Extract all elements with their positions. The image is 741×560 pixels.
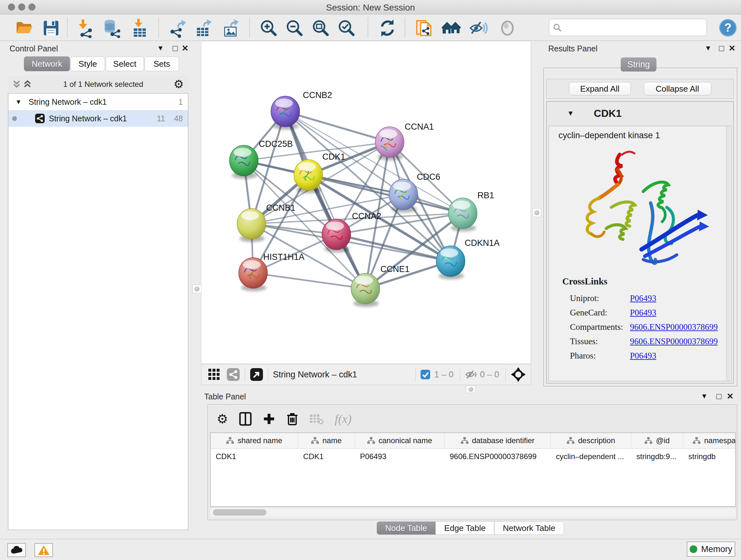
add-column-plus-icon[interactable] [263,413,275,425]
table-panel-float-icon[interactable]: □ [717,392,722,400]
tab-sets[interactable]: Sets [145,57,179,71]
protein-expander-icon[interactable]: ▼ [567,109,574,118]
crosslink-link[interactable]: P06493 [630,351,657,361]
table-settings-gear-icon[interactable]: ⚙ [217,413,228,425]
selected-checkbox-icon[interactable] [420,369,430,380]
column-header-database-identifier[interactable]: database identifier [445,433,551,448]
refresh-icon[interactable] [378,18,397,38]
bottom-splitter-handle[interactable] [466,385,475,393]
tab-string[interactable]: String [621,57,657,71]
left-splitter-handle[interactable] [192,285,201,294]
table-cell[interactable]: P06493 [355,452,445,461]
table-columns-icon[interactable] [239,412,252,426]
control-panel-menu-icon[interactable]: ▼ [157,45,164,52]
crosslink-label: Compartments: [570,322,630,332]
network-share-icon[interactable] [226,368,240,381]
column-header-name[interactable]: name [298,433,355,448]
help-icon[interactable]: ? [719,19,737,37]
collapse-all-chevron-icon[interactable] [11,78,22,90]
column-header-shared-name[interactable]: shared name [211,433,298,448]
column-header--id[interactable]: @id [631,433,683,448]
fit-selected-crosshair-icon[interactable] [510,367,526,382]
tab-select[interactable]: Select [106,57,144,71]
title-bar: Session: New Session [0,0,741,14]
zoom-fit-icon[interactable] [311,18,331,38]
expand-all-button[interactable]: Expand All [569,82,631,96]
expand-all-chevron-icon[interactable] [22,78,33,90]
crosslink-link[interactable]: 9606.ENSP00000378699 [630,322,718,332]
tab-network-table[interactable]: Network Table [494,521,564,535]
zoom-in-icon[interactable] [259,18,279,38]
column-header-namespace[interactable]: namespace [683,433,736,448]
collection-expander-icon[interactable]: ▼ [15,98,22,106]
crosslink-link[interactable]: P06493 [630,308,657,318]
import-network-icon[interactable] [75,18,95,38]
search-input[interactable] [564,23,703,32]
table-row[interactable]: CDK1CDK1P064939606.ENSP00000378699cyclin… [211,449,735,464]
tab-edge-table[interactable]: Edge Table [435,521,494,535]
search-field[interactable] [549,19,707,36]
birdseye-view-icon[interactable] [250,368,264,381]
grid-view-icon[interactable] [207,368,221,381]
protein-section-header[interactable]: ▼ CDK1 [547,102,733,125]
edge-CCNB2-CCNA1[interactable] [285,111,390,142]
hidden-eye-slash-icon [465,369,478,380]
results-panel-float-icon[interactable]: □ [719,44,724,52]
import-table-icon[interactable] [130,18,150,38]
network-canvas[interactable]: CCNB2CCNA1CDC25BCDK1CDC6RB1CCNB1CCNA2CDK… [201,41,531,364]
node-CCNA1[interactable]: CCNA1 [375,122,434,160]
table-panel-close-icon[interactable]: ✕ [727,392,734,400]
table-cell[interactable]: stringdb [683,452,736,461]
node-CCNE1[interactable]: CCNE1 [351,264,410,307]
results-panel-close-icon[interactable]: ✕ [729,44,736,52]
warning-button[interactable] [35,543,53,557]
network-options-gear-icon[interactable]: ⚙ [174,78,184,90]
tab-node-table[interactable]: Node Table [377,521,435,535]
network-row[interactable]: String Network – cdk1 11 48 [8,110,188,127]
table-cell[interactable]: cyclin–dependent ... [551,452,631,461]
tab-network[interactable]: Network [24,57,70,71]
zoom-selected-icon[interactable] [337,18,356,38]
crosslink-label: Pharos: [570,351,630,361]
export-network-icon[interactable] [168,18,188,38]
tab-style[interactable]: Style [71,57,105,71]
zoom-out-icon[interactable] [285,18,305,38]
control-panel-close-icon[interactable]: ✕ [182,44,189,52]
collapse-all-button[interactable]: Collapse All [644,82,711,96]
cloud-button[interactable] [7,543,26,557]
table-cell[interactable]: CDK1 [211,452,298,461]
delete-trash-icon[interactable] [286,412,298,426]
open-folder-icon[interactable] [14,18,34,38]
memory-button[interactable]: Memory [687,542,735,557]
column-header-description[interactable]: description [551,433,631,448]
right-splitter-handle[interactable] [532,208,541,217]
node-label-CCNB2: CCNB2 [303,90,332,100]
table-scrollbar-thumb[interactable] [213,509,266,516]
table-panel-menu-icon[interactable]: ▼ [701,393,708,400]
control-panel-float-icon[interactable]: □ [173,44,178,52]
import-database-icon[interactable] [102,18,121,38]
node-CCNB2[interactable]: CCNB2 [271,90,332,130]
crosslink-link[interactable]: 9606.ENSP00000378699 [630,336,718,347]
table-cell[interactable]: CDK1 [298,452,355,461]
houses-icon[interactable] [441,18,461,38]
results-scrollbar[interactable] [726,126,730,381]
node-RB1[interactable]: RB1 [448,191,494,232]
crosslink-link[interactable]: P06493 [630,294,657,303]
node-CDKN1A[interactable]: CDKN1A [436,238,500,279]
node-HIST1H1A[interactable]: HIST1H1A [239,252,305,291]
edge-HIST1H1A-CCNE1[interactable] [253,273,365,289]
export-image-icon[interactable] [221,18,241,38]
save-floppy-icon[interactable] [41,18,61,38]
eye-slash-icon[interactable] [468,18,488,38]
column-header-canonical-name[interactable]: canonical name [355,433,445,448]
share-document-icon[interactable] [414,18,434,38]
table-cell[interactable]: 9606.ENSP00000378699 [445,452,551,461]
results-panel-menu-icon[interactable]: ▼ [704,45,712,52]
export-table-icon[interactable] [194,18,213,38]
network-collection-row[interactable]: ▼ String Network – cdk1 1 [8,94,188,110]
edge-CCNB2-CCNE1[interactable] [285,111,365,289]
table-cell[interactable]: stringdb:9... [631,452,683,461]
eye-icon[interactable] [497,18,517,38]
table-scrollbar-track[interactable] [210,507,736,517]
